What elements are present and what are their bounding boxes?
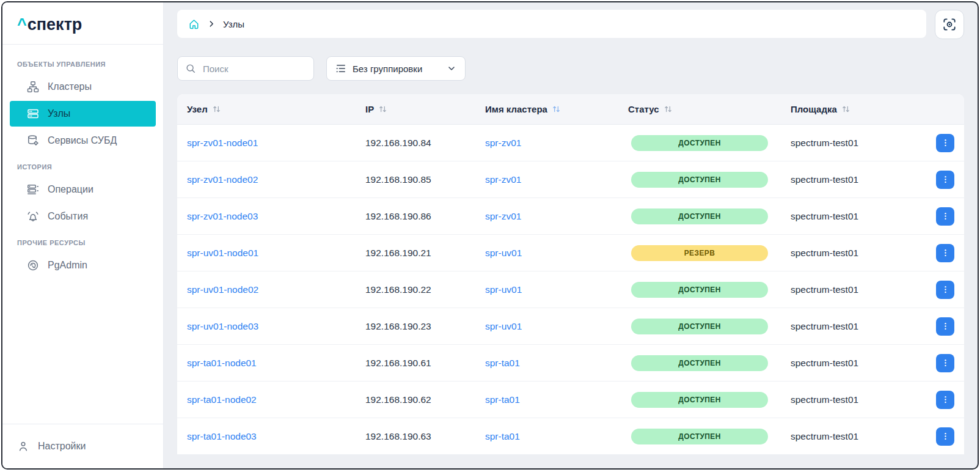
- table-row: spr-uv01-node01192.168.190.21spr-uv01РЕЗ…: [177, 235, 964, 271]
- status-badge: ДОСТУПЕН: [631, 429, 768, 444]
- row-actions-button[interactable]: [936, 391, 954, 409]
- table-header-row: УзелIPИмя кластераСтатусПлощадка: [177, 94, 964, 125]
- row-actions-button[interactable]: [936, 354, 954, 372]
- node-link[interactable]: spr-uv01-node02: [187, 284, 258, 295]
- sidebar-item-nodes[interactable]: Узлы: [10, 101, 156, 127]
- cluster-link[interactable]: spr-uv01: [485, 248, 522, 258]
- table-row: spr-ta01-node03192.168.190.63spr-ta01ДОС…: [177, 418, 964, 455]
- node-ip: 192.168.190.85: [356, 174, 475, 185]
- home-icon[interactable]: [188, 18, 200, 30]
- node-link[interactable]: spr-uv01-node03: [187, 321, 258, 331]
- column-label: IP: [365, 104, 374, 114]
- nodes-icon: [27, 108, 39, 120]
- breadcrumb-current: Узлы: [223, 19, 244, 29]
- row-actions-button[interactable]: [936, 317, 954, 336]
- site-value: spectrum-test01: [781, 431, 926, 442]
- sidebar-item-label: Операции: [48, 184, 93, 195]
- sidebar-item-label: Узлы: [48, 108, 70, 119]
- site-value: spectrum-test01: [781, 138, 926, 149]
- sort-icon[interactable]: [379, 105, 387, 113]
- node-link[interactable]: spr-ta01-node01: [187, 358, 257, 368]
- kebab-icon: [941, 248, 950, 257]
- cluster-link[interactable]: spr-uv01: [485, 284, 522, 295]
- sidebar-item-pgadmin[interactable]: PgAdmin: [10, 253, 156, 278]
- sidebar-section-title: ПРОЧИЕ РЕСУРСЫ: [17, 239, 148, 246]
- kebab-icon: [941, 175, 950, 184]
- pgadmin-icon: [27, 259, 39, 271]
- operations-icon: [27, 183, 39, 196]
- column-header-cluster: Имя кластера: [475, 104, 618, 114]
- column-label: Имя кластера: [485, 104, 547, 114]
- row-actions-button[interactable]: [936, 207, 954, 226]
- cluster-link[interactable]: spr-zv01: [485, 138, 521, 148]
- node-ip: 192.168.190.61: [356, 358, 475, 369]
- sort-icon[interactable]: [213, 105, 221, 113]
- kebab-icon: [941, 322, 950, 331]
- site-value: spectrum-test01: [781, 211, 926, 222]
- kebab-icon: [941, 285, 950, 294]
- node-link[interactable]: spr-ta01-node03: [187, 431, 257, 441]
- sidebar-item-db-services[interactable]: Сервисы СУБД: [10, 128, 156, 153]
- kebab-icon: [941, 395, 950, 404]
- cluster-link[interactable]: spr-ta01: [485, 358, 520, 368]
- sidebar-nav: ОБЪЕКТЫ УПРАВЛЕНИЯКластерыУзлыСервисы СУ…: [2, 45, 163, 424]
- kebab-icon: [941, 212, 950, 221]
- table-row: spr-zv01-node02192.168.190.85spr-zv01ДОС…: [177, 161, 964, 198]
- cluster-link[interactable]: spr-ta01: [485, 394, 520, 405]
- table-body: spr-zv01-node01192.168.190.84spr-zv01ДОС…: [177, 125, 964, 455]
- table-row: spr-uv01-node02192.168.190.22spr-uv01ДОС…: [177, 271, 964, 308]
- site-value: spectrum-test01: [781, 284, 926, 295]
- sort-icon[interactable]: [664, 105, 672, 113]
- row-actions-button[interactable]: [936, 281, 954, 299]
- sidebar-item-events[interactable]: События: [10, 204, 156, 229]
- row-actions-button[interactable]: [936, 171, 954, 189]
- table-row: spr-uv01-node03192.168.190.23spr-uv01ДОС…: [177, 308, 964, 345]
- sidebar-section-title: ИСТОРИЯ: [17, 163, 148, 171]
- logo-text: спектр: [27, 15, 82, 34]
- grouping-label: Без группировки: [353, 64, 422, 74]
- node-ip: 192.168.190.21: [356, 248, 475, 259]
- sidebar-item-clusters[interactable]: Кластеры: [10, 74, 156, 100]
- table-row: spr-zv01-node03192.168.190.86spr-zv01ДОС…: [177, 198, 964, 235]
- scan-button[interactable]: [935, 10, 964, 39]
- sidebar-item-operations[interactable]: Операции: [10, 177, 156, 202]
- row-actions-button[interactable]: [936, 427, 954, 446]
- node-ip: 192.168.190.22: [356, 284, 475, 295]
- node-link[interactable]: spr-zv01-node03: [187, 211, 258, 221]
- table-row: spr-ta01-node02192.168.190.62spr-ta01ДОС…: [177, 382, 964, 418]
- sidebar-item-label: События: [48, 211, 88, 222]
- sidebar: ^спектр ОБЪЕКТЫ УПРАВЛЕНИЯКластерыУзлыСе…: [2, 2, 164, 468]
- nodes-table: УзелIPИмя кластераСтатусПлощадка spr-zv0…: [177, 94, 964, 455]
- node-link[interactable]: spr-zv01-node01: [187, 138, 258, 148]
- app-window: ^спектр ОБЪЕКТЫ УПРАВЛЕНИЯКластерыУзлыСе…: [1, 1, 979, 470]
- row-actions-button[interactable]: [936, 134, 954, 152]
- sidebar-item-label: PgAdmin: [48, 260, 87, 271]
- status-badge: ДОСТУПЕН: [631, 355, 768, 371]
- node-link[interactable]: spr-uv01-node01: [187, 248, 258, 258]
- kebab-icon: [941, 358, 950, 367]
- site-value: spectrum-test01: [781, 174, 926, 185]
- status-badge: ДОСТУПЕН: [631, 135, 768, 151]
- cluster-link[interactable]: spr-zv01: [485, 211, 521, 221]
- node-link[interactable]: spr-ta01-node02: [187, 394, 257, 405]
- cluster-link[interactable]: spr-uv01: [485, 321, 522, 331]
- cluster-link[interactable]: spr-ta01: [485, 431, 520, 441]
- chevron-down-icon: [447, 64, 456, 73]
- sort-icon[interactable]: [552, 105, 560, 113]
- scan-icon: [942, 17, 957, 32]
- main-content: Узлы Без группировки: [164, 2, 978, 468]
- column-header-ip: IP: [356, 104, 475, 114]
- search-input[interactable]: [202, 63, 306, 75]
- row-actions-button[interactable]: [936, 244, 954, 262]
- column-header-status: Статус: [618, 104, 781, 114]
- clusters-icon: [27, 81, 39, 93]
- grouping-dropdown[interactable]: Без группировки: [326, 56, 466, 81]
- cluster-link[interactable]: spr-zv01: [485, 174, 521, 185]
- column-label: Узел: [187, 104, 208, 114]
- node-link[interactable]: spr-zv01-node02: [187, 174, 258, 185]
- sidebar-item-settings[interactable]: Настройки: [2, 424, 163, 468]
- sidebar-section-title: ОБЪЕКТЫ УПРАВЛЕНИЯ: [17, 61, 148, 68]
- status-badge: ДОСТУПЕН: [631, 392, 768, 408]
- sort-icon[interactable]: [842, 105, 850, 113]
- node-ip: 192.168.190.86: [356, 211, 475, 222]
